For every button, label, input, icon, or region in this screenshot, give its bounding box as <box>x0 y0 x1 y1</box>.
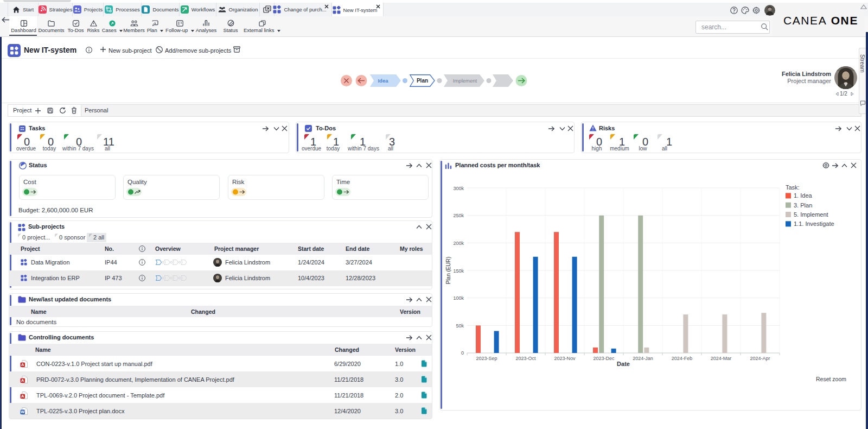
svg-text:W: W <box>21 409 25 414</box>
svg-text:1. Idea: 1. Idea <box>794 192 813 199</box>
svg-text:1.1. Investigate: 1.1. Investigate <box>794 220 834 227</box>
svg-text:2024-Apr: 2024-Apr <box>750 356 770 361</box>
svg-text:Plan (EUR): Plan (EUR) <box>445 257 451 285</box>
svg-text:2024-Mar: 2024-Mar <box>711 356 732 361</box>
svg-text:Task:: Task: <box>786 184 800 191</box>
svg-text:Plan: Plan <box>417 78 428 84</box>
svg-text:3. Plan: 3. Plan <box>794 202 812 209</box>
svg-text:2024-Feb: 2024-Feb <box>672 356 693 361</box>
svg-text:A: A <box>21 378 24 383</box>
svg-text:A: A <box>21 362 24 367</box>
svg-text:A: A <box>21 394 24 399</box>
svg-text:5. Implement: 5. Implement <box>794 211 828 218</box>
svg-text:Idea: Idea <box>378 78 388 84</box>
svg-text:2023-Oct: 2023-Oct <box>515 356 536 361</box>
svg-text:100k: 100k <box>453 295 464 301</box>
svg-text:150k: 150k <box>453 268 464 274</box>
svg-text:Date: Date <box>617 361 630 367</box>
svg-text:200k: 200k <box>453 241 464 246</box>
svg-text:2023-Dec: 2023-Dec <box>593 356 615 361</box>
svg-text:2024-Jan: 2024-Jan <box>633 356 653 361</box>
svg-text:2023-Nov: 2023-Nov <box>554 356 576 361</box>
svg-text:2023-Sep: 2023-Sep <box>476 356 497 361</box>
svg-text:300k: 300k <box>453 186 464 191</box>
svg-text:50k: 50k <box>456 323 464 329</box>
svg-text:0: 0 <box>461 350 464 356</box>
svg-text:250k: 250k <box>453 213 464 218</box>
svg-text:Implement: Implement <box>453 78 477 84</box>
